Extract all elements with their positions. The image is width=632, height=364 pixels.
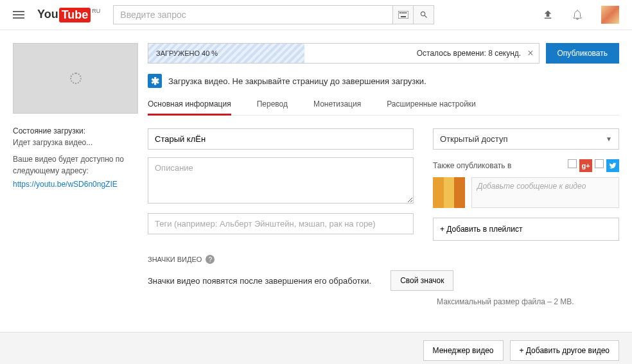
share-message-input[interactable]: Добавьте сообщение к видео <box>471 177 619 208</box>
svg-rect-1 <box>399 12 401 13</box>
notifications-icon[interactable] <box>572 9 583 21</box>
twitter-icon <box>606 159 619 172</box>
privacy-value: Открытый доступ <box>440 134 507 144</box>
share-thumbnail <box>433 177 465 208</box>
search-input[interactable] <box>113 5 393 24</box>
info-badge-icon: ✱ <box>148 74 162 88</box>
upload-status-desc: Ваше видео будет доступно по следующему … <box>13 153 138 177</box>
upload-progress-bar: ЗАГРУЖЕНО 40 % Осталось времени: 8 секун… <box>148 43 540 64</box>
svg-rect-2 <box>401 12 403 13</box>
video-thumbnail-placeholder <box>13 43 138 114</box>
upload-status-title: Состояние загрузки: <box>13 126 138 135</box>
progress-label: ЗАГРУЖЕНО 40 % <box>148 49 218 57</box>
tab-translations[interactable]: Перевод <box>257 94 288 115</box>
time-remaining: Осталось времени: 8 секунд. <box>417 49 521 58</box>
logo-tube: Tube <box>59 8 91 22</box>
gplus-icon: g+ <box>579 159 592 172</box>
spinner-icon <box>70 73 82 84</box>
upload-icon[interactable] <box>542 9 554 21</box>
logo-you: You <box>37 8 58 21</box>
cancel-upload-icon[interactable]: × <box>527 48 533 59</box>
video-url-link[interactable]: https://youtu.be/wSD6n0ngZIE <box>13 180 118 189</box>
svg-rect-5 <box>401 16 406 17</box>
video-tags-input[interactable] <box>148 213 414 234</box>
help-icon[interactable]: ? <box>206 255 215 264</box>
video-manager-button[interactable]: Менеджер видео <box>423 340 504 361</box>
svg-rect-0 <box>398 11 408 19</box>
thumbnails-section-title: ЗНАЧКИ ВИДЕО <box>148 256 202 263</box>
tab-basic-info[interactable]: Основная информация <box>148 94 231 116</box>
chevron-down-icon: ▼ <box>606 135 612 143</box>
menu-icon[interactable] <box>13 9 24 21</box>
thumbnails-max-size-note: Максимальный размер файла – 2 MB. <box>437 297 619 306</box>
video-title-input[interactable] <box>148 128 414 150</box>
video-description-input[interactable] <box>148 157 414 204</box>
twitter-checkbox[interactable] <box>595 159 604 168</box>
logo-region: RU <box>92 8 100 14</box>
search-button[interactable] <box>414 5 434 24</box>
tab-monetization[interactable]: Монетизация <box>313 94 361 115</box>
gplus-checkbox[interactable] <box>568 159 577 168</box>
info-message: Загрузка видео. Не закрывайте страницу д… <box>168 76 426 86</box>
keyboard-icon[interactable] <box>393 5 414 24</box>
logo[interactable]: You Tube RU <box>37 8 100 22</box>
add-another-video-button[interactable]: + Добавить другое видео <box>510 340 619 361</box>
avatar[interactable] <box>601 6 619 24</box>
publish-button[interactable]: Опубликовать <box>546 43 619 64</box>
add-to-playlist-button[interactable]: + Добавить в плейлист <box>433 218 619 241</box>
thumbnails-description: Значки видео появятся после завершения е… <box>148 276 371 286</box>
tab-advanced[interactable]: Расширенные настройки <box>387 94 476 115</box>
share-label: Также опубликовать в <box>433 161 511 170</box>
svg-rect-3 <box>403 12 405 13</box>
custom-thumbnail-button[interactable]: Свой значок <box>391 270 453 291</box>
svg-rect-4 <box>405 12 407 13</box>
upload-status-line: Идет загрузка видео... <box>13 138 138 147</box>
privacy-select[interactable]: Открытый доступ ▼ <box>433 128 619 150</box>
